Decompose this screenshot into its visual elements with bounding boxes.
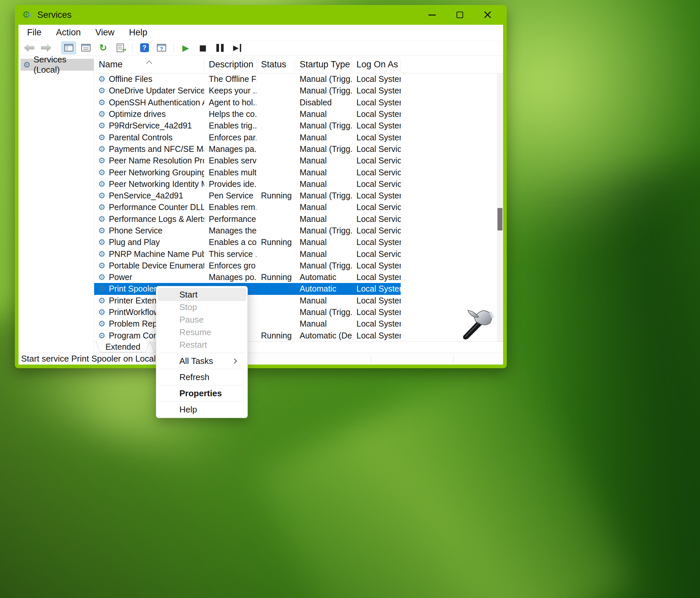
minimize-button[interactable] <box>424 7 440 22</box>
table-row[interactable]: ⚙OpenSSH Authentication Age...Agent to h… <box>94 97 503 108</box>
service-gear-icon: ⚙ <box>98 180 105 188</box>
services-app-icon: ⚙ ⚙ <box>22 9 33 21</box>
back-button[interactable] <box>22 42 36 54</box>
menu-help[interactable]: Help <box>122 25 155 40</box>
help-button[interactable]: ? <box>137 42 152 54</box>
service-name-cell: ⚙OpenSSH Authentication Age... <box>94 98 204 107</box>
table-row[interactable]: ⚙Problem ReportManualLocal System <box>94 318 503 330</box>
context-menu-item-refresh[interactable]: Refresh <box>158 371 246 383</box>
column-header-startup-type[interactable]: Startup Type <box>295 59 352 73</box>
maximize-button[interactable] <box>452 7 468 22</box>
table-row[interactable]: ⚙Performance Logs & AlertsPerformance...… <box>94 213 503 225</box>
table-row[interactable]: ⚙PrintWorkflow_4Manual (Trigg...Local Sy… <box>94 307 503 318</box>
sidebar-item-label: Services (Local) <box>33 54 89 75</box>
window-title: Services <box>37 10 72 20</box>
service-status-cell: Running <box>256 237 295 247</box>
table-row[interactable]: ⚙PNRP Machine Name Publica...This servic… <box>94 248 503 260</box>
close-icon <box>484 11 492 19</box>
table-row[interactable]: ⚙Print SpoolerAutomaticLocal System <box>94 283 503 294</box>
table-row[interactable]: ⚙Optimize drivesHelps the co...ManualLoc… <box>94 108 503 120</box>
service-description-cell: Manages pa... <box>204 144 256 154</box>
service-logon-cell: Local Service <box>352 226 401 235</box>
minimize-icon <box>428 15 436 16</box>
service-logon-cell: Local Service <box>352 179 401 189</box>
window-body: FileActionViewHelp ↻→??▶■▶ ⚙ Services (L… <box>19 25 503 365</box>
service-startup-cell: Automatic <box>295 284 352 293</box>
service-logon-cell: Local System <box>352 319 401 329</box>
table-row[interactable]: ⚙Peer Name Resolution Proto...Enables se… <box>94 155 503 166</box>
service-name: Phone Service <box>109 226 162 235</box>
table-row[interactable]: ⚙Program CompaRunningAutomatic (De...Loc… <box>94 330 503 341</box>
column-header-status[interactable]: Status <box>256 59 295 73</box>
menu-view[interactable]: View <box>88 25 122 40</box>
restart-service-button[interactable]: ▶ <box>230 42 245 54</box>
service-startup-cell: Manual <box>295 237 352 247</box>
service-gear-icon: ⚙ <box>98 75 105 83</box>
table-row[interactable]: ⚙PowerManages po...RunningAutomaticLocal… <box>94 271 503 283</box>
service-startup-cell: Manual (Trigg... <box>295 307 352 317</box>
service-description-cell: This service ... <box>204 249 256 259</box>
pause-service-button[interactable] <box>213 42 227 54</box>
service-name-cell: ⚙Peer Networking Identity Ma... <box>94 179 204 189</box>
refresh-button[interactable]: ↻ <box>96 42 110 54</box>
service-startup-cell: Manual <box>295 133 352 142</box>
help-topics-button[interactable]: ? <box>154 42 169 54</box>
context-menu-item-all-tasks[interactable]: All Tasks <box>158 355 246 367</box>
table-row[interactable]: ⚙Peer Networking GroupingEnables mult...… <box>94 166 503 178</box>
context-menu-item-start[interactable]: Start <box>158 288 246 301</box>
service-gear-icon: ⚙ <box>98 122 105 130</box>
title-bar[interactable]: ⚙ ⚙ Services <box>15 5 507 25</box>
service-logon-cell: Local System <box>352 307 401 317</box>
table-row[interactable]: ⚙Printer ExtensionManualLocal System <box>94 295 503 307</box>
menu-action[interactable]: Action <box>49 25 88 40</box>
table-row[interactable]: ⚙Peer Networking Identity Ma...Provides … <box>94 178 503 190</box>
service-logon-cell: Local System <box>352 109 401 119</box>
vertical-scrollbar[interactable] <box>497 73 503 341</box>
service-logon-cell: Local Service <box>352 144 401 154</box>
view-tabs: ExtendedStandard <box>94 341 503 353</box>
service-startup-cell: Manual (Trigg... <box>295 191 352 201</box>
service-description-cell: Enables rem... <box>204 202 256 212</box>
table-row[interactable]: ⚙Offline FilesThe Offline F...Manual (Tr… <box>94 73 503 85</box>
tab-extended[interactable]: Extended <box>96 341 150 352</box>
table-row[interactable]: ⚙Phone ServiceManages the...Manual (Trig… <box>94 225 503 236</box>
help-icon: ? <box>140 43 149 52</box>
context-menu-item-help[interactable]: Help <box>158 403 246 416</box>
start-service-button[interactable]: ▶ <box>178 42 193 54</box>
service-logon-cell: Local System <box>352 331 401 340</box>
table-row[interactable]: ⚙Payments and NFC/SE Mana...Manages pa..… <box>94 143 503 155</box>
menu-file[interactable]: File <box>20 25 49 40</box>
service-status-cell: Running <box>256 331 295 340</box>
service-description-cell: Provides ide... <box>204 179 256 189</box>
column-header-log-on-as[interactable]: Log On As <box>352 59 401 73</box>
menu-item-label: Help <box>179 405 197 415</box>
services-window: ⚙ ⚙ Services FileActionViewHelp ↻→??▶■▶ … <box>15 5 507 368</box>
service-startup-cell: Manual <box>295 179 352 189</box>
service-gear-icon: ⚙ <box>98 285 105 293</box>
forward-button[interactable] <box>39 42 53 54</box>
close-button[interactable] <box>480 7 496 22</box>
table-row[interactable]: ⚙OneDrive Updater ServiceKeeps your ...M… <box>94 85 503 97</box>
table-row[interactable]: ⚙P9RdrService_4a2d91Enables trig...Manua… <box>94 120 503 131</box>
table-row[interactable]: ⚙Performance Counter DLL HostEnables rem… <box>94 202 503 213</box>
maximize-icon <box>456 11 463 18</box>
column-header-name[interactable]: Name <box>94 59 204 73</box>
stop-service-button[interactable]: ■ <box>196 42 210 54</box>
context-menu-item-properties[interactable]: Properties <box>158 387 246 399</box>
service-startup-cell: Manual <box>295 214 352 224</box>
export-list-button[interactable]: → <box>113 42 127 54</box>
show-console-tree-button[interactable] <box>61 42 76 54</box>
properties-window-button[interactable] <box>79 42 93 54</box>
table-row[interactable]: ⚙Plug and PlayEnables a co...RunningManu… <box>94 236 503 248</box>
service-name-cell: ⚙Peer Name Resolution Proto... <box>94 156 204 165</box>
service-name: Performance Logs & Alerts <box>109 214 204 224</box>
table-row[interactable]: ⚙Portable Device Enumerator ...Enforces … <box>94 260 503 271</box>
service-name-cell: ⚙OneDrive Updater Service <box>94 86 204 96</box>
service-name-cell: ⚙Portable Device Enumerator ... <box>94 261 204 270</box>
table-row[interactable]: ⚙PenService_4a2d91Pen ServiceRunningManu… <box>94 190 503 202</box>
table-row[interactable]: ⚙Parental ControlsEnforces par...ManualL… <box>94 131 503 143</box>
scrollbar-thumb[interactable] <box>498 208 502 231</box>
sidebar-item-services-local[interactable]: ⚙ Services (Local) <box>21 59 94 71</box>
context-menu-item-resume: Resume <box>158 326 246 338</box>
column-header-description[interactable]: Description <box>204 59 256 73</box>
